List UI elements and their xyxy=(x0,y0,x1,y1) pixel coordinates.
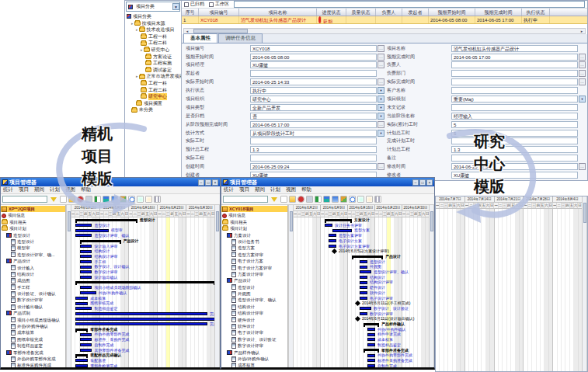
field-项目名称[interactable]: 沼气发动机缸头传感器产品设计 xyxy=(451,45,578,52)
field-发起者[interactable] xyxy=(250,70,377,77)
task-bar[interactable] xyxy=(360,286,367,289)
milestone-marker[interactable] xyxy=(332,249,337,254)
tree-item-项目相关[interactable]: 项目相关 xyxy=(221,219,287,225)
field-预期开始时间[interactable]: 2014-06-05 08:00 xyxy=(250,54,377,61)
grid-icon[interactable] xyxy=(154,196,161,203)
search-icon[interactable] xyxy=(128,196,135,203)
archived-checkbox[interactable]: 已归档 xyxy=(184,1,204,8)
task-bar[interactable] xyxy=(75,364,88,367)
lookup-button[interactable]: … xyxy=(378,61,384,68)
summary-bar[interactable] xyxy=(75,281,214,283)
tree-item-造型设计[interactable]: 造型设计 xyxy=(221,284,287,290)
zoom-in-icon[interactable] xyxy=(137,196,144,203)
grid-column-header[interactable]: 序号 xyxy=(182,9,199,16)
milestone-marker[interactable] xyxy=(355,316,360,322)
task-bar[interactable] xyxy=(80,245,92,248)
tree-item-产品样件确认[interactable]: 产品样件确认 xyxy=(221,349,287,356)
field-实际完成时间[interactable] xyxy=(451,78,578,85)
task-bar[interactable] xyxy=(360,307,371,310)
task-bar[interactable] xyxy=(80,255,92,258)
task-bar[interactable] xyxy=(360,297,367,300)
tab-basic-properties[interactable]: 基本属性 xyxy=(183,33,217,43)
new-icon[interactable] xyxy=(280,196,287,203)
expand-icon[interactable]: ▸ xyxy=(141,47,143,54)
task-bar[interactable] xyxy=(329,245,336,248)
summary-bar[interactable] xyxy=(75,219,137,221)
menu-item-期间[interactable]: 期间 xyxy=(255,186,265,193)
task-bar[interactable] xyxy=(360,260,367,263)
grid-icon[interactable] xyxy=(374,196,381,203)
field-来文记录[interactable] xyxy=(451,104,578,111)
grid-column-header[interactable]: 进度状态 xyxy=(317,9,346,16)
tree-item-手工样[interactable]: 手工样 xyxy=(1,284,65,290)
menu-item-计划[interactable]: 计划 xyxy=(50,186,60,193)
task-bar[interactable] xyxy=(80,349,92,352)
print-icon[interactable] xyxy=(85,196,92,203)
task-bar[interactable] xyxy=(80,270,92,273)
tree-item-结构设计[interactable]: 结构设计 xyxy=(221,304,287,310)
field-当前阶段名称[interactable]: 经理输入 xyxy=(451,113,578,120)
field-实际工时[interactable] xyxy=(250,137,377,144)
grid-column-header[interactable]: 预期完成时间 xyxy=(475,9,522,16)
maximize-button[interactable]: □ xyxy=(419,179,426,186)
task-bar[interactable] xyxy=(360,312,367,315)
task-bar[interactable] xyxy=(80,333,92,336)
save-icon[interactable] xyxy=(77,196,84,203)
task-bar[interactable] xyxy=(332,229,352,232)
dropdown-button[interactable]: ▼ xyxy=(378,130,384,137)
task-bar[interactable] xyxy=(367,354,375,357)
gantt-icon[interactable] xyxy=(323,196,330,203)
summary-bar[interactable] xyxy=(364,323,379,325)
task-bar[interactable] xyxy=(75,302,88,305)
menu-item-统计[interactable]: 统计 xyxy=(224,186,234,193)
task-bar[interactable] xyxy=(75,322,207,325)
save-icon[interactable] xyxy=(297,196,304,203)
tree-item-未分类[interactable]: 未分类 xyxy=(125,106,181,113)
lookup-button[interactable]: … xyxy=(378,163,384,170)
task-bar[interactable] xyxy=(367,333,375,336)
field-预计总工程[interactable]: 1.3 xyxy=(250,146,377,153)
tree-item-数字设计评审[interactable]: 数字设计评审 xyxy=(221,342,287,349)
search-input[interactable] xyxy=(234,1,585,8)
task-bar[interactable] xyxy=(80,266,92,269)
panel-scrollbar[interactable] xyxy=(582,196,587,371)
tree-item-电子设计方案[interactable]: 电子设计方案 xyxy=(221,258,287,264)
tree-item-外观图[interactable]: 外观图 xyxy=(221,290,287,297)
lookup-button[interactable]: … xyxy=(579,61,586,68)
task-bar[interactable] xyxy=(80,338,92,341)
zoom-in-icon[interactable] xyxy=(357,196,364,203)
tree-item-工程二科[interactable]: 工程二科 xyxy=(125,87,181,94)
tree-item-产品试制[interactable]: 产品试制 xyxy=(1,310,65,316)
lookup-button[interactable]: … xyxy=(579,78,586,85)
category-combobox[interactable]: 项目分类 ▼ xyxy=(126,2,180,12)
dropdown-button[interactable]: ▼ xyxy=(378,104,384,111)
task-bar[interactable] xyxy=(75,312,207,315)
tree-item-XCY018项目[interactable]: XCY018项目 xyxy=(221,206,287,212)
field-实际开始时间[interactable]: 2014-06-25 14:33 xyxy=(250,78,377,85)
tree-item-项目计划[interactable]: 项目计划 xyxy=(221,225,287,231)
open-icon[interactable] xyxy=(68,196,75,203)
scroll-right-icon[interactable]: ▸ xyxy=(579,29,585,33)
chevron-down-icon[interactable]: ▼ xyxy=(172,3,179,10)
tree-item-设计验证、设计确认[interactable]: 设计验证、设计确认 xyxy=(1,290,65,297)
tree-item-造型设计评审、确认[interactable]: 造型设计评审、确认 xyxy=(221,297,287,303)
task-bar[interactable] xyxy=(360,266,367,269)
workspace-checkbox[interactable]: 工作区 xyxy=(209,1,229,8)
image-icon[interactable] xyxy=(340,196,347,203)
tree-item-模型审[interactable]: 模型审 xyxy=(1,245,65,251)
menu-item-项目[interactable]: 项目 xyxy=(239,186,249,193)
table-icon[interactable] xyxy=(111,196,118,203)
close-button[interactable]: × xyxy=(426,179,433,186)
tree-item-研究中心[interactable]: ▸研究中心 xyxy=(125,47,181,54)
tree-item-项目搁置[interactable]: 项目搁置 xyxy=(125,100,181,107)
task-bar[interactable] xyxy=(80,250,92,253)
grid-column-header[interactable]: 预期开始时间 xyxy=(429,9,475,16)
tree-item-外协外购零部件完成[interactable]: 外协外购零部件完成 xyxy=(1,356,65,362)
expand-icon[interactable]: ▸ xyxy=(136,26,138,33)
maximize-button[interactable]: □ xyxy=(205,179,211,186)
filter-funnel-icon[interactable] xyxy=(50,197,57,202)
tree-item-项目计划[interactable]: 项目计划 xyxy=(1,225,65,231)
task-bar[interactable] xyxy=(75,318,214,321)
tree-item-电子设计评审[interactable]: 电子设计评审 xyxy=(221,329,287,335)
tree-item-工程实施[interactable]: 工程实施 xyxy=(125,60,181,67)
